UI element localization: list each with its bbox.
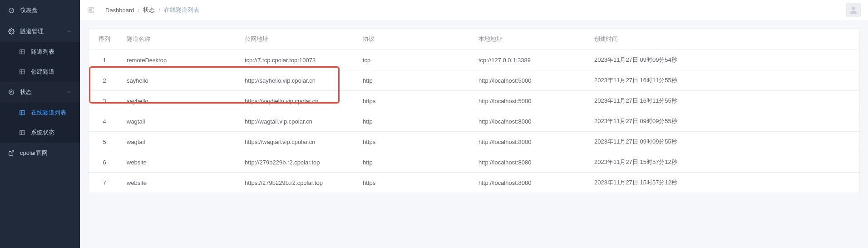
cell-seq: 4	[89, 111, 120, 132]
breadcrumb-sep: /	[158, 7, 160, 14]
status-icon	[8, 89, 15, 95]
table-row: 6 website http://279b229b.r2.cpolar.top …	[89, 152, 859, 173]
cell-created: 2023年11月27日 09时09分54秒	[588, 50, 859, 70]
sidebar-item-system-status[interactable]: 系统状态	[0, 123, 80, 143]
cell-name: sayhello	[120, 70, 238, 91]
table-header-row: 序列 隧道名称 公网地址 协议 本地地址 创建时间	[89, 29, 859, 50]
cell-url: tcp://7.tcp.cpolar.top:10073	[238, 50, 356, 70]
sidebar-label: cpolar官网	[20, 149, 48, 157]
main-area: Dashboard / 状态 / 在线隧道列表 序列 隧道名称 公网地址	[80, 0, 868, 248]
cell-url: http://279b229b.r2.cpolar.top	[238, 152, 356, 173]
cell-created: 2023年11月27日 15时57分12秒	[588, 173, 859, 193]
avatar[interactable]	[846, 3, 861, 17]
table-row: 4 wagtail http://wagtail.vip.cpolar.cn h…	[89, 111, 859, 132]
cell-seq: 5	[89, 132, 120, 152]
sidebar-label: 状态	[20, 88, 32, 96]
cell-local: http://localhost:8000	[472, 132, 588, 152]
col-url: 公网地址	[238, 29, 356, 50]
svg-rect-13	[20, 130, 25, 134]
table-row: 3 sayhello https://sayhello.vip.cpolar.c…	[89, 91, 859, 111]
cell-name: website	[120, 152, 238, 173]
sidebar-item-tunnel-mgmt[interactable]: 隧道管理	[0, 21, 80, 42]
table-icon	[19, 49, 25, 55]
cell-local: http://localhost:5000	[472, 91, 588, 111]
cell-created: 2023年11月27日 16时11分55秒	[588, 70, 859, 91]
cell-proto: tcp	[356, 50, 472, 70]
table-row: 7 website https://279b229b.r2.cpolar.top…	[89, 173, 859, 193]
cell-local: http://localhost:8000	[472, 111, 588, 132]
sidebar: 仪表盘 隧道管理 隧道列表	[0, 0, 80, 248]
breadcrumb-item[interactable]: 状态	[143, 6, 155, 14]
cell-proto: https	[356, 91, 472, 111]
cell-proto: http	[356, 111, 472, 132]
breadcrumb-item[interactable]: Dashboard	[105, 7, 134, 14]
col-proto: 协议	[356, 29, 472, 50]
svg-point-1	[10, 30, 12, 32]
chevron-up-icon	[66, 29, 72, 34]
svg-rect-10	[20, 110, 25, 114]
cell-created: 2023年11月27日 15时57分12秒	[588, 152, 859, 173]
cell-seq: 6	[89, 152, 120, 173]
menu-toggle-icon[interactable]	[87, 6, 95, 14]
cell-name: remoteDesktop	[120, 50, 238, 70]
cell-created: 2023年11月27日 09时09分55秒	[588, 132, 859, 152]
cell-seq: 7	[89, 173, 120, 193]
cell-seq: 1	[89, 50, 120, 70]
cell-name: website	[120, 173, 238, 193]
table-row: 1 remoteDesktop tcp://7.tcp.cpolar.top:1…	[89, 50, 859, 70]
gear-icon	[8, 28, 15, 35]
sidebar-item-official[interactable]: cpolar官网	[0, 143, 80, 164]
external-link-icon	[8, 150, 15, 156]
cell-seq: 3	[89, 91, 120, 111]
table-row: 5 wagtail https://wagtail.vip.cpolar.cn …	[89, 132, 859, 152]
cell-name: wagtail	[120, 111, 238, 132]
svg-point-9	[10, 91, 12, 93]
sidebar-label: 隧道管理	[20, 27, 44, 35]
col-local: 本地地址	[472, 29, 588, 50]
svg-point-8	[9, 90, 14, 95]
cell-proto: https	[356, 132, 472, 152]
sidebar-label: 创建隧道	[31, 68, 54, 76]
chevron-up-icon	[66, 89, 72, 95]
cell-created: 2023年11月27日 09时09分55秒	[588, 111, 859, 132]
cell-url: http://sayhello.vip.cpolar.cn	[238, 70, 356, 91]
table-row: 2 sayhello http://sayhello.vip.cpolar.cn…	[89, 70, 859, 91]
sidebar-item-online-tunnels[interactable]: 在线隧道列表	[0, 103, 80, 123]
table-icon	[19, 129, 25, 136]
cell-url: http://wagtail.vip.cpolar.cn	[238, 111, 356, 132]
cell-url: https://279b229b.r2.cpolar.top	[238, 173, 356, 193]
sidebar-label: 在线隧道列表	[31, 109, 66, 117]
cell-proto: http	[356, 70, 472, 91]
dashboard-icon	[8, 7, 15, 14]
sidebar-label: 仪表盘	[20, 6, 38, 15]
sidebar-label: 隧道列表	[31, 48, 54, 56]
tunnel-table: 序列 隧道名称 公网地址 协议 本地地址 创建时间 1 remoteDeskto…	[89, 29, 859, 193]
breadcrumb-current: 在线隧道列表	[164, 6, 199, 14]
cell-local: http://localhost:8080	[472, 152, 588, 173]
svg-line-16	[11, 151, 14, 154]
cell-local: tcp://127.0.0.1:3389	[472, 50, 588, 70]
svg-rect-5	[20, 69, 25, 74]
cell-url: https://sayhello.vip.cpolar.cn	[238, 91, 356, 111]
cell-seq: 2	[89, 70, 120, 91]
col-name: 隧道名称	[120, 29, 238, 50]
sidebar-item-dashboard[interactable]: 仪表盘	[0, 0, 80, 21]
sidebar-item-create-tunnel[interactable]: 创建隧道	[0, 62, 80, 82]
cell-local: http://localhost:5000	[472, 70, 588, 91]
breadcrumb: Dashboard / 状态 / 在线隧道列表	[105, 6, 199, 14]
cell-proto: http	[356, 152, 472, 173]
col-seq: 序列	[89, 29, 120, 50]
cell-local: http://localhost:8080	[472, 173, 588, 193]
table-icon	[19, 109, 25, 116]
cell-proto: https	[356, 173, 472, 193]
svg-rect-2	[20, 50, 25, 54]
cell-name: sayhello	[120, 91, 238, 111]
sidebar-item-tunnel-list[interactable]: 隧道列表	[0, 42, 80, 62]
sidebar-item-status[interactable]: 状态	[0, 82, 80, 103]
breadcrumb-sep: /	[138, 7, 140, 14]
cell-created: 2023年11月27日 16时11分55秒	[588, 91, 859, 111]
tunnel-table-card: 序列 隧道名称 公网地址 协议 本地地址 创建时间 1 remoteDeskto…	[88, 28, 860, 193]
col-created: 创建时间	[588, 29, 859, 50]
table-icon	[19, 69, 25, 75]
cell-url: https://wagtail.vip.cpolar.cn	[238, 132, 356, 152]
